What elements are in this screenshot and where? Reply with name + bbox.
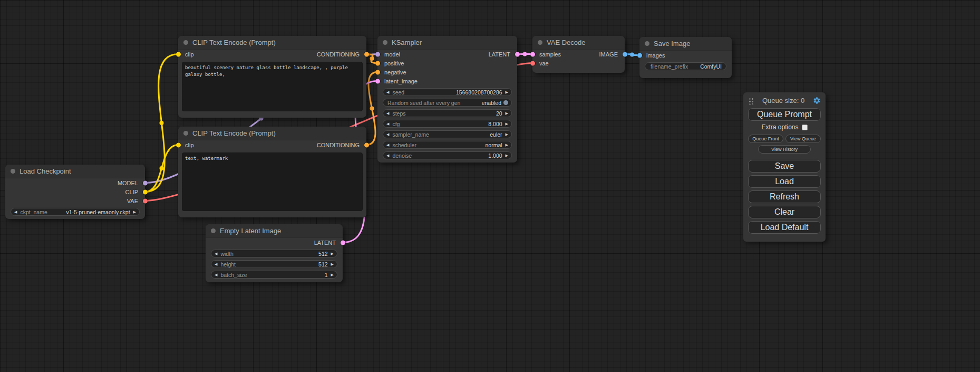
- collapse-dot-icon[interactable]: [645, 41, 649, 46]
- random-seed-toggle-widget[interactable]: Random seed after every gen enabled: [383, 99, 512, 107]
- steps-widget[interactable]: ◀ steps 20 ▶: [383, 109, 512, 117]
- increment-arrow-icon[interactable]: ▶: [506, 154, 508, 157]
- view-queue-button[interactable]: View Queue: [785, 135, 821, 143]
- seed-widget[interactable]: ◀ seed 156680208700286 ▶: [383, 88, 512, 96]
- latent-image-input-dot[interactable]: [375, 79, 380, 83]
- increment-arrow-icon[interactable]: ▶: [331, 273, 334, 276]
- negative-input-dot[interactable]: [375, 70, 380, 74]
- slot-row: images: [639, 51, 732, 60]
- decrement-arrow-icon[interactable]: ◀: [386, 154, 389, 157]
- conditioning-output-dot[interactable]: [364, 52, 369, 56]
- increment-arrow-icon[interactable]: ▶: [506, 122, 508, 126]
- increment-arrow-icon[interactable]: ▶: [506, 143, 508, 147]
- node-ksampler[interactable]: KSampler model LATENT positive negative …: [377, 36, 517, 163]
- increment-arrow-icon[interactable]: ▶: [506, 111, 508, 115]
- clip-output-dot[interactable]: [143, 189, 148, 194]
- input-slot-label: samples: [539, 51, 561, 58]
- node-titlebar[interactable]: CLIP Text Encode (Prompt): [178, 127, 366, 140]
- positive-input-dot[interactable]: [375, 61, 380, 65]
- negative-prompt-textarea[interactable]: text, watermark: [182, 152, 363, 211]
- vae-input-dot[interactable]: [530, 61, 535, 65]
- latent-output-dot[interactable]: [515, 52, 520, 56]
- link-wire[interactable]: [145, 145, 178, 192]
- decrement-arrow-icon[interactable]: ◀: [215, 262, 217, 266]
- increment-arrow-icon[interactable]: ▶: [331, 262, 334, 266]
- queue-front-button[interactable]: Queue Front: [748, 135, 783, 143]
- model-input-dot[interactable]: [375, 52, 380, 56]
- scheduler-widget[interactable]: ◀ scheduler normal ▶: [383, 141, 512, 149]
- image-output-dot[interactable]: [623, 52, 627, 56]
- increment-arrow-icon[interactable]: ▶: [133, 210, 136, 214]
- collapse-dot-icon[interactable]: [183, 40, 188, 45]
- node-empty-latent-image[interactable]: Empty Latent Image LATENT ◀ width 512 ▶ …: [206, 224, 343, 282]
- extra-options-checkbox[interactable]: [802, 125, 808, 130]
- collapse-dot-icon[interactable]: [211, 228, 216, 233]
- node-load-checkpoint[interactable]: Load Checkpoint MODEL CLIP VAE ◀ ckpt_na…: [5, 165, 145, 219]
- increment-arrow-icon[interactable]: ▶: [506, 132, 508, 136]
- clip-input-dot[interactable]: [176, 52, 181, 56]
- decrement-arrow-icon[interactable]: ◀: [14, 210, 17, 214]
- latent-output-dot[interactable]: [341, 240, 345, 245]
- clip-input-dot[interactable]: [176, 142, 181, 147]
- decrement-arrow-icon[interactable]: ◀: [215, 252, 217, 255]
- queue-prompt-button[interactable]: Queue Prompt: [748, 108, 821, 121]
- input-slot-label: vae: [539, 60, 549, 66]
- positive-prompt-textarea[interactable]: beautiful scenery nature glass bottle la…: [182, 62, 363, 111]
- batch-size-widget[interactable]: ◀ batch_size 1 ▶: [211, 271, 337, 279]
- widget-value: 1.000: [488, 152, 502, 159]
- collapse-dot-icon[interactable]: [383, 40, 387, 45]
- decrement-arrow-icon[interactable]: ◀: [386, 143, 389, 147]
- save-button[interactable]: Save: [748, 160, 821, 173]
- widget-name: seed: [392, 89, 404, 96]
- node-clip-text-encode-negative[interactable]: CLIP Text Encode (Prompt) clip CONDITION…: [178, 127, 366, 217]
- vae-output-dot[interactable]: [143, 198, 148, 203]
- node-titlebar[interactable]: CLIP Text Encode (Prompt): [178, 36, 366, 50]
- decrement-arrow-icon[interactable]: ◀: [386, 111, 389, 115]
- node-vae-decode[interactable]: VAE Decode samples IMAGE vae: [532, 36, 625, 73]
- cfg-widget[interactable]: ◀ cfg 8.000 ▶: [383, 120, 512, 128]
- node-save-image[interactable]: Save Image images filename_prefix ComfyU…: [639, 37, 732, 78]
- images-input-dot[interactable]: [637, 53, 642, 58]
- model-output-dot[interactable]: [143, 180, 148, 185]
- node-titlebar[interactable]: KSampler: [377, 36, 517, 50]
- node-titlebar[interactable]: Save Image: [639, 37, 732, 51]
- settings-gear-icon[interactable]: [813, 97, 821, 104]
- link-wire[interactable]: [145, 54, 178, 192]
- ckpt-name-widget[interactable]: ◀ ckpt_name v1-5-pruned-emaonly.ckpt ▶: [11, 208, 140, 216]
- load-default-button[interactable]: Load Default: [748, 221, 821, 234]
- node-clip-text-encode-positive[interactable]: CLIP Text Encode (Prompt) clip CONDITION…: [178, 36, 366, 118]
- samples-input-dot[interactable]: [530, 52, 535, 56]
- view-history-button[interactable]: View History: [758, 145, 810, 154]
- collapse-dot-icon[interactable]: [11, 169, 15, 174]
- output-slot-label: CONDITIONING: [317, 51, 360, 58]
- denoise-widget[interactable]: ◀ denoise 1.000 ▶: [383, 151, 512, 159]
- load-button[interactable]: Load: [748, 175, 821, 188]
- height-widget[interactable]: ◀ height 512 ▶: [211, 260, 337, 268]
- widget-value: normal: [486, 142, 502, 148]
- decrement-arrow-icon[interactable]: ◀: [386, 132, 389, 136]
- collapse-dot-icon[interactable]: [183, 131, 188, 136]
- node-titlebar[interactable]: Load Checkpoint: [5, 165, 145, 178]
- decrement-arrow-icon[interactable]: ◀: [386, 90, 389, 94]
- widget-value: 512: [318, 261, 328, 268]
- collapse-dot-icon[interactable]: [538, 40, 542, 45]
- clear-button[interactable]: Clear: [748, 206, 821, 218]
- decrement-arrow-icon[interactable]: ◀: [386, 122, 389, 126]
- increment-arrow-icon[interactable]: ▶: [506, 90, 508, 94]
- increment-arrow-icon[interactable]: ▶: [331, 252, 334, 255]
- node-titlebar[interactable]: VAE Decode: [532, 36, 625, 50]
- refresh-button[interactable]: Refresh: [748, 190, 821, 203]
- sampler-name-widget[interactable]: ◀ sampler_name euler ▶: [383, 130, 512, 138]
- node-graph-canvas[interactable]: { "colors": { "model": "#B39DDB", "clip"…: [0, 0, 980, 372]
- node-titlebar[interactable]: Empty Latent Image: [206, 224, 343, 238]
- widget-name: width: [220, 251, 234, 257]
- decrement-arrow-icon[interactable]: ◀: [215, 273, 217, 276]
- drag-handle-icon[interactable]: [748, 97, 754, 104]
- node-title: Empty Latent Image: [220, 227, 281, 235]
- node-title: VAE Decode: [547, 39, 585, 46]
- toggle-dot-icon[interactable]: [503, 100, 508, 105]
- filename-prefix-widget[interactable]: filename_prefix ComfyUI: [645, 62, 726, 70]
- width-widget[interactable]: ◀ width 512 ▶: [211, 250, 337, 257]
- conditioning-output-dot[interactable]: [364, 142, 369, 147]
- node-title: Save Image: [654, 40, 690, 47]
